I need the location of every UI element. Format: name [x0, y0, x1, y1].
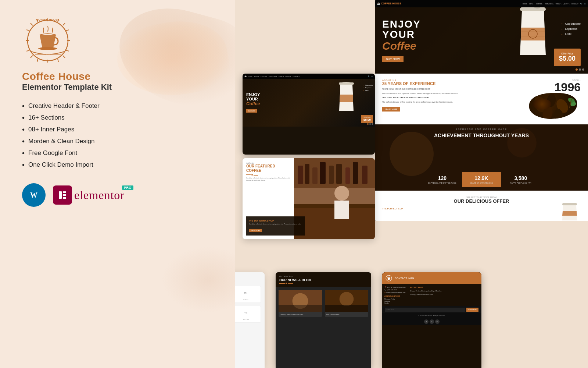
recent-posts-title: RECENT POST: [410, 286, 442, 289]
stat-label-3: HAPPY PEOPLE SO FAR: [504, 182, 537, 184]
logo-container: COFFEE HOUSE: [22, 15, 213, 68]
nav-item-services: SERVICES ▾: [545, 3, 553, 5]
blog-divider-line: [279, 283, 285, 284]
mid-dot-1[interactable]: [367, 123, 369, 125]
contact-address: 📍 1617 W. Girty St. Utica 51567: [384, 286, 406, 288]
brand-name: Coffee House: [22, 71, 213, 82]
divider-line-2: [254, 175, 258, 176]
svg-rect-25: [63, 194, 66, 196]
facebook-icon[interactable]: f: [424, 319, 429, 324]
svg-line-5: [31, 23, 33, 25]
learn-more-button[interactable]: LEARN MORE: [382, 107, 400, 112]
footer-bar: © 2021 Coffee House. All Right Reserved.: [382, 313, 481, 318]
about-title: 25 YEARS OF EXPERIENCE: [382, 81, 524, 86]
elementor-icon: [53, 185, 72, 205]
svg-rect-51: [298, 166, 303, 184]
barista-image: [294, 158, 375, 239]
svg-line-13: [26, 50, 29, 51]
svg-rect-28: [520, 7, 546, 11]
dot-1[interactable]: [576, 68, 578, 71]
svg-line-14: [66, 30, 69, 31]
about-text-1: Mauris malesuada ex a imperdiet pretium.…: [382, 92, 524, 95]
subscribe-button[interactable]: SUBSCRIBE: [466, 308, 478, 312]
mid-nav-search[interactable]: 🔍: [368, 75, 370, 77]
mid-dot-2[interactable]: [369, 123, 371, 125]
svg-text:COFFEE HOUSE: COFFEE HOUSE: [36, 18, 60, 21]
twitter-icon[interactable]: t: [430, 319, 434, 324]
feature-item-1: Creative Header & Footer: [22, 102, 213, 110]
nav-cart-icon[interactable]: 🛒: [584, 3, 586, 5]
svg-text:TC: TC: [244, 312, 248, 314]
subscribe-input[interactable]: [385, 308, 465, 312]
feature-item-2: 16+ Sections: [22, 114, 213, 121]
svg-rect-52: [305, 164, 309, 184]
contact-header: CONTACT INFO: [382, 272, 481, 284]
svg-line-12: [66, 50, 69, 51]
mid-nav-home: HOME: [248, 75, 252, 77]
contact-logo: [385, 275, 392, 282]
large-achievement-section: Espresso and Coffee Made ACHIEVEMENT THR…: [375, 124, 588, 191]
blog-post-2-text: Blog Post Title Here: [325, 312, 368, 317]
mid-menu-cap: •Cappuccino: [363, 84, 373, 86]
menu-espresso: Espresso: [562, 27, 581, 31]
svg-rect-46: [562, 203, 577, 205]
blog-post-1: Drinking Coffee Revives Your Brain...: [279, 290, 322, 317]
feature-item-3: 08+ Inner Pages: [22, 126, 213, 133]
blog-title: OUR NEWS & BLOG: [279, 278, 368, 282]
divider-line: [246, 174, 251, 175]
contact-section: CONTACT INFO 📍 1617 W. Girty St. Utica 5…: [382, 272, 481, 368]
svg-text:W: W: [30, 191, 37, 199]
hero-buy-button[interactable]: BUY NOW: [382, 56, 404, 62]
brands-title: BRANDS: [235, 276, 261, 279]
mid-nav-today: TODAY▾: [278, 75, 284, 77]
location-icon: 📍: [384, 286, 386, 288]
svg-point-17: [38, 47, 57, 50]
large-hero-cup: [514, 7, 551, 64]
main-container: COFFEE HOUSE Coffee House Elementor Temp…: [0, 0, 588, 368]
left-panel: COFFEE HOUSE Coffee House Elementor Temp…: [0, 0, 235, 368]
achievement-title: ACHIEVEMENT THROUGHOUT YEARS: [434, 132, 529, 138]
recent-posts: RECENT POST Change Up Your Morning with …: [410, 286, 442, 304]
screenshot-bottom-mid: Our Lattes Story OUR NEWS & BLOG: [276, 272, 371, 368]
svg-line-11: [26, 30, 29, 31]
large-offer-section: Select Your Taste From OUR DELICIOUS OFF…: [375, 191, 588, 221]
hours-sunday: Sunday: [384, 302, 406, 304]
blog-post-1-img: [279, 290, 322, 312]
nav-item-coffee: COFFEE ▾: [536, 3, 543, 5]
svg-rect-23: [59, 191, 62, 199]
svg-rect-48: [339, 82, 354, 85]
divider-dot: [251, 174, 253, 176]
workshop-title: WE DO WORKSHOP: [249, 219, 302, 222]
hero-enjoy-line1: ENJOY: [382, 19, 421, 29]
brands-grid: ☕ Coffee CM Coffeeman C+ Co: [235, 286, 261, 323]
instagram-icon[interactable]: in: [435, 319, 440, 324]
achievement-stats: 120 ESPRESSO AND COFFEE MADE 12.9K YEARS…: [423, 172, 540, 187]
nav-search-icon[interactable]: 🔍: [580, 3, 582, 5]
dot-2[interactable]: [579, 68, 581, 71]
brands-desc: Industry leading brands: [235, 282, 261, 284]
large-screenshot-content: ☕ COFFEE HOUSE HOME MENU ▾ COFFEE ▾ SERV…: [375, 0, 588, 221]
mid-buy-btn[interactable]: BUY NOW: [246, 109, 257, 113]
workshop-text: Curabitur sollicitudin ultrices tortor, …: [249, 223, 302, 225]
hero-coffee-script: Coffee: [382, 40, 421, 52]
workshop-view-btn[interactable]: VIEW DETAIL: [249, 229, 262, 232]
year: 1996: [529, 81, 581, 93]
screenshot-large-right: ☕ COFFEE HOUSE HOME MENU ▾ COFFEE ▾ SERV…: [375, 0, 588, 221]
coffee-beans-image: [529, 93, 577, 119]
mid-menu-esp: •Espresso: [363, 87, 373, 89]
dot-3[interactable]: [582, 68, 584, 71]
blog-section: Our Lattes Story OUR NEWS & BLOG: [276, 272, 371, 368]
stat-happy: 3,580 HAPPY PEOPLE SO FAR: [501, 172, 540, 187]
screenshot-mid-bottom: Authentic OUR FEATURED COFFEE Curabitur …: [243, 158, 375, 239]
mid-dot-3[interactable]: [372, 123, 373, 125]
nav-item-menu: MENU ▾: [529, 3, 534, 5]
features-list: Creative Header & Footer 16+ Sections 08…: [22, 102, 213, 169]
brand-3-name: Coffee+: [235, 299, 259, 301]
svg-rect-58: [353, 162, 358, 184]
blog-divider-dot: [286, 283, 287, 284]
mid-nav-cart[interactable]: 🛒: [371, 75, 373, 77]
featured-description: Curabitur sollicitudin ultrices tortor, …: [246, 177, 290, 181]
about-text-2: THIS IS ALL ABOUT THE CURTAINED COFFEE S…: [382, 96, 524, 99]
screenshot-bottom-right: CONTACT INFO 📍 1617 W. Girty St. Utica 5…: [382, 272, 481, 368]
nav-item-contact: CONTACT: [571, 3, 578, 5]
